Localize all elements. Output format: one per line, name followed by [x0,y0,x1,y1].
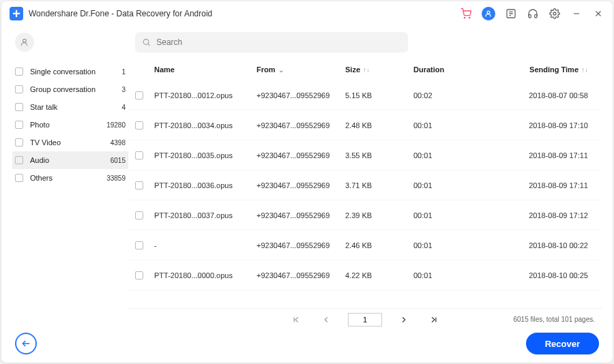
cell-name: PTT-20180...0036.opus [154,181,257,189]
row-checkbox-cell [135,121,154,130]
checkbox[interactable] [135,211,143,219]
checkbox[interactable] [135,151,143,160]
checkbox[interactable] [15,67,23,76]
content: Name From⌄ Size↑↓ Duration Sending Time↑… [128,59,602,330]
sidebar-item-count: 33859 [106,175,126,182]
checkbox[interactable] [135,91,143,100]
cell-size: 2.39 KB [345,211,413,219]
cell-time: 2018-08-10 00:22 [482,241,595,249]
cell-size: 2.46 KB [345,241,413,249]
checkbox[interactable] [15,174,23,182]
header-time[interactable]: Sending Time↑↓ [482,65,595,74]
header-size[interactable]: Size↑↓ [345,65,413,74]
cell-from: +9230467...09552969 [257,241,345,249]
table-row[interactable]: PTT-20180...0035.opus+9230467...09552969… [128,140,602,170]
sidebar-item[interactable]: Star talk4 [12,98,128,116]
sidebar-item[interactable]: Group conversation3 [12,80,128,98]
app-title: Wondershare Dr.Fone - Data Recovery for … [29,9,460,18]
table-body: PTT-20180...0012.opus+9230467...09552969… [128,80,602,308]
search-box[interactable] [135,32,408,52]
page-input[interactable] [348,313,382,327]
titlebar-actions [460,7,604,20]
cell-duration: 00:02 [413,91,482,100]
svg-point-0 [464,17,465,18]
main: Single conversation1Group conversation3S… [12,59,602,330]
cell-from: +9230467...09552969 [257,181,345,189]
close-icon[interactable] [592,7,604,20]
pager-info: 6015 files, total 101 pages. [513,316,595,323]
recover-button[interactable]: Recover [526,333,599,354]
svg-point-2 [487,11,490,14]
header-from[interactable]: From⌄ [257,65,345,74]
checkbox[interactable] [135,241,143,249]
row-checkbox-cell [135,211,154,219]
sidebar-item[interactable]: Audio6015 [12,151,128,169]
cell-from: +9230467...09552969 [257,271,345,279]
page-prev-icon[interactable] [318,312,334,328]
checkbox[interactable] [135,121,143,130]
header-duration[interactable]: Duration [413,65,482,74]
cell-from: +9230467...09552969 [257,121,345,130]
minimize-icon[interactable] [570,7,583,20]
sidebar-item[interactable]: TV Video4398 [12,134,128,151]
table-row[interactable]: PTT-20180...0000.opus+9230467...09552969… [128,260,602,290]
back-button[interactable] [15,333,37,354]
feedback-icon[interactable] [505,7,517,20]
table-row[interactable]: PTT-20180...0037.opus+9230467...09552969… [128,200,602,230]
chevron-down-icon: ⌄ [278,66,284,74]
checkbox[interactable] [135,181,143,189]
checkbox[interactable] [15,103,23,111]
user-icon[interactable] [482,7,495,20]
cell-duration: 00:01 [413,151,482,160]
checkbox[interactable] [15,85,23,93]
row-checkbox-cell [135,181,154,189]
table-row[interactable]: PTT-20180...0012.opus+9230467...09552969… [128,80,602,110]
topbar [12,26,602,59]
sidebar-item-count: 4 [121,104,126,111]
cell-name: PTT-20180...0034.opus [154,121,257,130]
cart-icon[interactable] [460,7,472,20]
sidebar-item[interactable]: Photo19280 [12,116,128,134]
support-icon[interactable] [527,7,539,20]
cell-size: 3.71 KB [345,181,413,189]
person-filter-icon[interactable] [15,33,34,52]
sidebar-item-count: 19280 [106,121,126,129]
cell-name: PTT-20180...0012.opus [154,91,257,100]
cell-time: 2018-08-09 17:11 [482,151,595,160]
checkbox[interactable] [15,138,23,147]
search-input[interactable] [156,37,401,47]
settings-icon[interactable] [549,7,561,20]
checkbox[interactable] [135,271,143,279]
sidebar-item-label: Single conversation [30,67,119,76]
cell-name: - [154,241,257,249]
titlebar: + Wondershare Dr.Fone - Data Recovery fo… [1,1,613,26]
cell-time: 2018-08-07 00:58 [482,91,595,100]
cell-time: 2018-08-09 17:12 [482,211,595,219]
sidebar-item-label: Audio [30,156,108,164]
sidebar-item[interactable]: Others33859 [12,169,128,187]
cell-from: +9230467...09552969 [257,91,345,100]
svg-point-1 [469,17,470,18]
table-row[interactable]: PTT-20180...0036.opus+9230467...09552969… [128,170,602,200]
sidebar-item-label: Photo [30,121,104,129]
row-checkbox-cell [135,271,154,279]
page-last-icon[interactable] [426,312,442,328]
page-next-icon[interactable] [396,312,412,328]
header-time-label: Sending Time [529,65,579,74]
header-name[interactable]: Name [154,65,257,74]
svg-point-4 [553,12,556,15]
app-window: + Wondershare Dr.Fone - Data Recovery fo… [1,1,613,363]
cell-name: PTT-20180...0037.opus [154,211,257,219]
checkbox[interactable] [15,121,23,129]
checkbox[interactable] [15,156,23,164]
sidebar-item[interactable]: Single conversation1 [12,63,128,80]
table-row[interactable]: -+9230467...095529692.46 KB00:012018-08-… [128,230,602,260]
svg-point-8 [23,39,27,42]
sidebar-item-count: 1 [121,68,126,76]
row-checkbox-cell [135,241,154,249]
table-row[interactable]: PTT-20180...0034.opus+9230467...09552969… [128,110,602,140]
cell-size: 5.15 KB [345,91,413,100]
app-logo: + [10,7,23,20]
page-first-icon[interactable] [288,312,304,328]
cell-duration: 00:01 [413,181,482,189]
